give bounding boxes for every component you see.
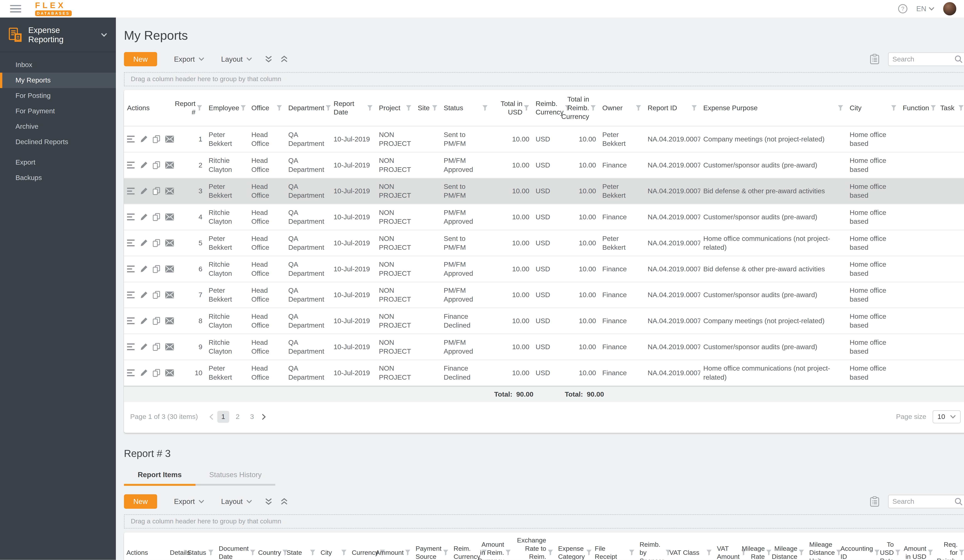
edit-icon[interactable]: [140, 187, 148, 195]
filter-icon[interactable]: [524, 105, 529, 111]
table-row[interactable]: 4Ritchie ClaytonHead OfficeQA Department…: [124, 204, 964, 230]
filter-icon[interactable]: [341, 549, 347, 555]
filter-icon[interactable]: [505, 549, 511, 555]
edit-icon[interactable]: [140, 369, 148, 377]
filter-icon[interactable]: [326, 105, 331, 111]
filter-icon[interactable]: [197, 105, 202, 111]
column-header[interactable]: VAT Amount: [715, 532, 744, 560]
column-header[interactable]: Details: [167, 532, 185, 560]
column-header[interactable]: Site: [415, 90, 441, 126]
filter-icon[interactable]: [482, 105, 488, 111]
saved-layouts-icon[interactable]: [870, 54, 879, 64]
filter-icon[interactable]: [586, 549, 592, 555]
sidebar-item-archive[interactable]: Archive: [0, 119, 116, 134]
sidebar-item-inbox[interactable]: Inbox: [0, 57, 116, 73]
tab-report-items[interactable]: Report Items: [124, 467, 195, 484]
edit-icon[interactable]: [140, 239, 148, 247]
edit-icon[interactable]: [140, 317, 148, 325]
filter-icon[interactable]: [799, 549, 804, 555]
layout-menu-button[interactable]: Layout: [221, 497, 252, 506]
column-header[interactable]: Payment Source: [413, 532, 451, 560]
column-header[interactable]: Reimb. Currency: [532, 90, 562, 126]
sidebar-item-backups[interactable]: Backups: [0, 170, 116, 185]
table-row[interactable]: 9Ritchie ClaytonHead OfficeQA Department…: [124, 334, 964, 360]
expand-all-icon[interactable]: [264, 55, 273, 63]
filter-icon[interactable]: [590, 105, 596, 111]
page-button-3[interactable]: 3: [246, 411, 258, 423]
mail-icon[interactable]: [165, 343, 174, 351]
page-button-1[interactable]: 1: [217, 411, 229, 423]
column-header[interactable]: Mileage Distance: [774, 532, 807, 560]
column-header[interactable]: Expense Purpose: [700, 90, 847, 126]
column-header[interactable]: Currency: [349, 532, 379, 560]
column-header[interactable]: Country: [256, 532, 284, 560]
filter-icon[interactable]: [629, 549, 635, 555]
column-header[interactable]: Accounting ID: [838, 532, 873, 560]
search-input[interactable]: [892, 498, 954, 505]
column-header[interactable]: Office: [248, 90, 285, 126]
column-header[interactable]: Req. for Reimb.: [936, 532, 964, 560]
filter-icon[interactable]: [250, 549, 256, 555]
column-header[interactable]: Department: [285, 90, 331, 126]
column-header[interactable]: Exchange Rate to Reim. Currency: [513, 532, 555, 560]
column-header[interactable]: Mileage Rate: [744, 532, 774, 560]
column-header[interactable]: Report ID: [645, 90, 700, 126]
row-menu-icon[interactable]: [127, 240, 135, 247]
filter-icon[interactable]: [367, 105, 373, 111]
copy-icon[interactable]: [153, 161, 160, 169]
column-header[interactable]: Amount in Reim. Currency: [478, 532, 513, 560]
mail-icon[interactable]: [165, 214, 174, 221]
mail-icon[interactable]: [165, 136, 174, 143]
new-button[interactable]: New: [124, 52, 157, 67]
search-icon[interactable]: [954, 498, 962, 506]
column-header[interactable]: Reimb. by Sponsor: [637, 532, 667, 560]
column-header[interactable]: State: [284, 532, 318, 560]
row-menu-icon[interactable]: [127, 343, 135, 351]
filter-icon[interactable]: [310, 549, 316, 555]
export-menu-button[interactable]: Export: [174, 55, 204, 63]
filter-icon[interactable]: [691, 105, 697, 111]
column-header[interactable]: Total in USD: [491, 90, 532, 126]
prev-page-button[interactable]: [205, 414, 217, 420]
filter-icon[interactable]: [240, 105, 246, 111]
table-row[interactable]: 5Peter BekkertHead OfficeQA Department10…: [124, 230, 964, 256]
edit-icon[interactable]: [140, 161, 148, 169]
copy-icon[interactable]: [153, 265, 160, 273]
copy-icon[interactable]: [153, 213, 160, 221]
column-header[interactable]: Mileage Distance Unit: [807, 532, 838, 560]
filter-icon[interactable]: [706, 549, 712, 555]
copy-icon[interactable]: [153, 317, 160, 325]
filter-icon[interactable]: [891, 105, 897, 111]
filter-icon[interactable]: [895, 549, 900, 555]
row-menu-icon[interactable]: [127, 292, 135, 299]
column-header[interactable]: Function: [900, 90, 937, 126]
table-row[interactable]: 8Ritchie ClaytonHead OfficeQA Department…: [124, 308, 964, 334]
table-row[interactable]: 10Peter BekkertHead OfficeQA Department1…: [124, 360, 964, 386]
table-row[interactable]: 3Peter BekkertHead OfficeQA Department10…: [124, 178, 964, 204]
edit-icon[interactable]: [140, 135, 148, 143]
filter-icon[interactable]: [930, 105, 936, 111]
copy-icon[interactable]: [153, 187, 160, 195]
filter-icon[interactable]: [277, 105, 282, 111]
row-menu-icon[interactable]: [127, 266, 135, 273]
mail-icon[interactable]: [165, 188, 174, 195]
column-header[interactable]: City: [318, 532, 349, 560]
column-header[interactable]: Task: [937, 90, 964, 126]
edit-icon[interactable]: [140, 213, 148, 221]
column-header[interactable]: Owner: [599, 90, 645, 126]
table-row[interactable]: 1Peter BekkertHead OfficeQA Department10…: [124, 126, 964, 152]
group-by-bar[interactable]: Drag a column header here to group by th…: [124, 515, 964, 529]
page-button-2[interactable]: 2: [232, 411, 244, 423]
row-menu-icon[interactable]: [127, 317, 135, 324]
mail-icon[interactable]: [165, 369, 174, 377]
copy-icon[interactable]: [153, 135, 160, 143]
column-header[interactable]: Document Date: [216, 532, 256, 560]
copy-icon[interactable]: [153, 291, 160, 299]
column-header[interactable]: Actions: [124, 90, 174, 126]
next-page-button[interactable]: [258, 414, 270, 420]
table-row[interactable]: 2Ritchie ClaytonHead OfficeQA Department…: [124, 152, 964, 178]
sidebar-item-for-payment[interactable]: For Payment: [0, 104, 116, 119]
column-header[interactable]: VAT Class: [667, 532, 714, 560]
new-button[interactable]: New: [124, 494, 157, 509]
column-header[interactable]: Report Date: [331, 90, 376, 126]
